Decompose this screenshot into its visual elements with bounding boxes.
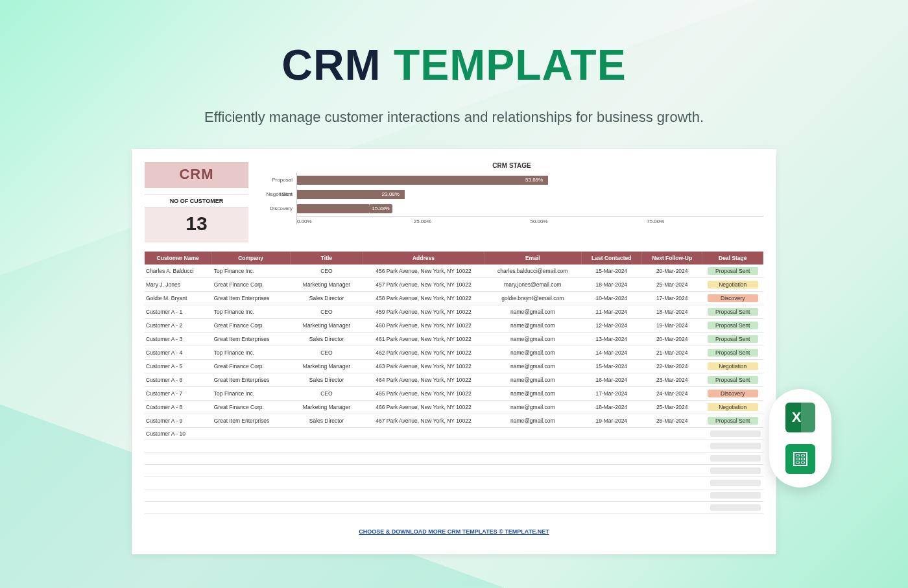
table-cell — [211, 477, 291, 489]
table-cell — [581, 428, 641, 440]
deal-stage-cell: Proposal Sent — [702, 265, 763, 278]
table-cell — [642, 453, 702, 465]
table-cell — [484, 502, 581, 514]
hero: CRM TEMPLATE Efficiently manage customer… — [0, 0, 908, 126]
placeholder-cell — [710, 455, 761, 462]
table-cell — [484, 453, 581, 465]
deal-stage-badge: Proposal Sent — [708, 322, 758, 329]
deal-stage-cell: Negotiation — [702, 401, 763, 414]
table-cell: name@gmail.com — [484, 333, 581, 346]
table-cell — [581, 502, 641, 514]
table-cell: Charles A. Balducci — [145, 265, 211, 278]
table-cell — [363, 453, 484, 465]
table-cell: goldie.braynt@email.com — [484, 292, 581, 305]
chart-x-tick: 25.00% — [414, 218, 531, 224]
placeholder-cell — [710, 467, 761, 474]
table-cell — [484, 465, 581, 477]
table-cell: name@gmail.com — [484, 346, 581, 360]
google-sheets-icon[interactable] — [785, 444, 815, 474]
table-cell — [363, 428, 484, 440]
chart-bar: 23.08% — [297, 190, 405, 199]
table-cell: 10-Mar-2024 — [581, 292, 641, 305]
table-cell: 16-Mar-2024 — [581, 373, 641, 387]
table-cell: 23-Mar-2024 — [642, 373, 702, 387]
table-cell — [363, 502, 484, 514]
format-icons-bubble: X — [769, 389, 831, 488]
table-cell — [211, 428, 291, 440]
deal-stage-cell: Discovery — [702, 387, 763, 401]
table-cell — [363, 440, 484, 453]
deal-stage-badge: Proposal Sent — [708, 376, 758, 384]
table-cell — [642, 440, 702, 453]
table-row: Customer A - 2Great Finance Corp.Marketi… — [145, 319, 763, 333]
table-row: Customer A - 1Top Finance Inc.CEO459 Par… — [145, 305, 763, 319]
table-cell: Goldie M. Bryant — [145, 292, 211, 305]
table-cell: CEO — [290, 305, 363, 319]
table-cell — [581, 477, 641, 489]
table-cell — [363, 465, 484, 477]
table-cell: 20-Mar-2024 — [642, 265, 702, 278]
deal-stage-cell: Proposal Sent — [702, 373, 763, 387]
chart-category-label: Negotiation — [260, 187, 296, 202]
table-cell: 25-Mar-2024 — [642, 401, 702, 414]
table-cell — [290, 502, 363, 514]
table-cell: 18-Mar-2024 — [642, 305, 702, 319]
table-cell: Customer A - 10 — [145, 428, 211, 440]
table-cell — [642, 477, 702, 489]
deal-stage-badge: Proposal Sent — [708, 349, 758, 357]
table-cell: 467 Park Avenue, New York, NY 10022 — [363, 414, 484, 428]
table-header-row: Customer NameCompanyTitleAddressEmailLas… — [145, 252, 763, 265]
crm-box-subtitle: NO OF CUSTOMER — [145, 194, 248, 207]
table-cell: Customer A - 4 — [145, 346, 211, 360]
table-cell — [145, 489, 211, 502]
table-cell: Marketing Manager — [290, 319, 363, 333]
table-cell: name@gmail.com — [484, 401, 581, 414]
placeholder-cell — [710, 430, 761, 437]
deal-stage-badge: Negotiation — [708, 362, 758, 370]
table-cell: 18-Mar-2024 — [581, 278, 641, 292]
table-cell: Sales Director — [290, 414, 363, 428]
deal-stage-cell — [702, 477, 763, 489]
table-cell: 19-Mar-2024 — [642, 319, 702, 333]
table-row: Customer A - 4Top Finance Inc.CEO462 Par… — [145, 346, 763, 360]
deal-stage-cell: Proposal Sent — [702, 333, 763, 346]
table-row: Customer A - 6Great Item EnterprisesSale… — [145, 373, 763, 387]
table-cell: 464 Park Avenue, New York, NY 10022 — [363, 373, 484, 387]
deal-stage-cell: Discovery — [702, 292, 763, 305]
table-cell: name@gmail.com — [484, 387, 581, 401]
table-cell: 462 Park Avenue, New York, NY 10022 — [363, 346, 484, 360]
table-cell: Top Finance Inc. — [211, 265, 291, 278]
table-cell: CEO — [290, 387, 363, 401]
table-cell: Great Finance Corp. — [211, 319, 291, 333]
deal-stage-badge: Proposal Sent — [708, 417, 758, 425]
table-cell — [642, 465, 702, 477]
deal-stage-badge: Negotiation — [708, 281, 758, 288]
deal-stage-cell — [702, 502, 763, 514]
chart-bar: 15.38% — [297, 204, 369, 213]
footer-link[interactable]: CHOOSE & DOWNLOAD MORE CRM TEMPLATES © T… — [145, 528, 763, 535]
table-row: Customer A - 7Top Finance Inc.CEO465 Par… — [145, 387, 763, 401]
table-cell: 457 Park Avenue, New York, NY 10022 — [363, 278, 484, 292]
table-cell: 25-Mar-2024 — [642, 278, 702, 292]
table-cell: Customer A - 9 — [145, 414, 211, 428]
table-cell: 15-Mar-2024 — [581, 265, 641, 278]
deal-stage-cell — [702, 465, 763, 477]
chart-y-labels: Proposal SentNegotiationDiscovery — [260, 173, 296, 224]
deal-stage-cell: Proposal Sent — [702, 305, 763, 319]
table-cell — [290, 440, 363, 453]
chart-value-label: 23.08% — [379, 190, 402, 199]
excel-icon[interactable]: X — [785, 403, 815, 432]
table-cell — [145, 502, 211, 514]
deal-stage-badge: Proposal Sent — [708, 267, 758, 275]
table-cell: Sales Director — [290, 373, 363, 387]
table-cell — [290, 489, 363, 502]
table-cell — [211, 453, 291, 465]
page-subtitle: Efficiently manage customer interactions… — [0, 109, 908, 126]
table-cell: Great Finance Corp. — [211, 401, 291, 414]
deal-stage-cell — [702, 453, 763, 465]
table-cell: charles.balducci@email.com — [484, 265, 581, 278]
table-cell: Customer A - 5 — [145, 360, 211, 373]
placeholder-cell — [710, 443, 761, 449]
table-body: Charles A. BalducciTop Finance Inc.CEO45… — [145, 265, 763, 514]
deal-stage-badge: Discovery — [708, 390, 758, 397]
